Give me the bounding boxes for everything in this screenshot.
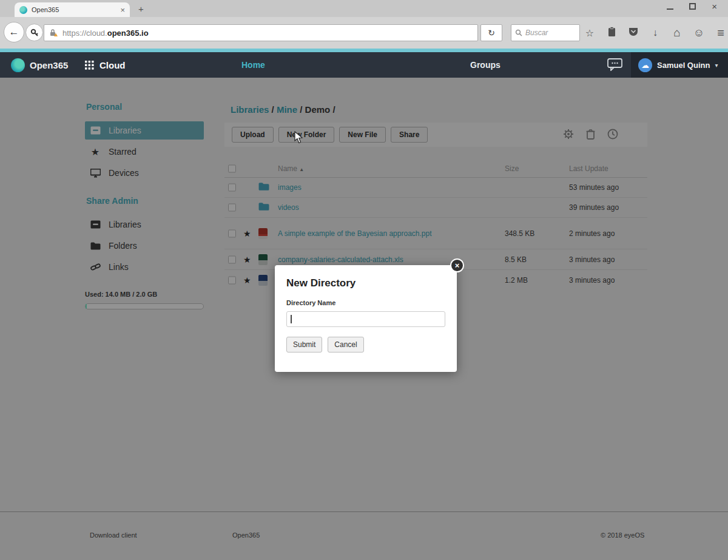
search-icon — [515, 29, 522, 36]
nav-tab-home[interactable]: Home — [241, 52, 265, 78]
apps-grid-icon — [85, 61, 94, 70]
user-avatar: ☁ — [638, 58, 652, 72]
open365-logo-icon — [11, 58, 25, 72]
url-text: https://cloud.open365.io — [62, 29, 149, 38]
key-icon[interactable] — [25, 24, 43, 41]
user-name: Samuel Quinn — [657, 61, 710, 70]
account-smiley-icon[interactable]: ☺ — [693, 27, 705, 39]
url-prefix: https://cloud. — [62, 29, 107, 38]
mouse-cursor — [294, 131, 303, 144]
tab-title: Open365 — [32, 6, 120, 13]
url-bar[interactable]: https://cloud.open365.io — [44, 24, 478, 41]
tab-close-icon[interactable]: × — [120, 5, 125, 15]
minimize-button[interactable] — [667, 4, 673, 10]
new-directory-modal: × New Directory Directory Name Submit Ca… — [275, 265, 457, 372]
window-titlebar: Open365 × + × — [0, 0, 728, 17]
nav-tab-groups[interactable]: Groups — [470, 52, 500, 78]
brand[interactable]: Open365 — [11, 52, 68, 78]
new-tab-button[interactable]: + — [138, 4, 144, 14]
cancel-button[interactable]: Cancel — [328, 337, 363, 353]
back-button[interactable]: ← — [4, 22, 24, 42]
favicon-icon — [19, 6, 27, 14]
app-navbar: Open365 Cloud Home Groups ☁ Samuel Quinn… — [0, 52, 728, 78]
url-domain: open365.io — [107, 29, 149, 38]
brand-name: Open365 — [30, 60, 68, 70]
browser-tab[interactable]: Open365 × — [15, 2, 130, 17]
search-placeholder: Buscar — [525, 29, 548, 37]
modal-close-icon[interactable]: × — [450, 258, 464, 272]
cloud-avatar-icon: ☁ — [641, 61, 649, 70]
submit-button[interactable]: Submit — [286, 337, 322, 353]
reload-button[interactable]: ↻ — [480, 24, 502, 41]
close-window-button[interactable]: × — [712, 3, 717, 10]
app-name: Cloud — [99, 60, 126, 70]
downloads-icon[interactable]: ↓ — [649, 27, 661, 38]
chevron-down-icon: ▾ — [715, 62, 718, 69]
app-switcher[interactable]: Cloud — [85, 52, 126, 78]
cloud-page: Personal Libraries ★ Starred Devices Sha… — [0, 78, 728, 560]
directory-name-label: Directory Name — [286, 299, 445, 306]
insecure-lock-icon[interactable] — [49, 29, 58, 37]
maximize-button[interactable] — [689, 3, 696, 10]
user-menu[interactable]: ☁ Samuel Quinn ▾ — [631, 52, 728, 78]
home-icon[interactable]: ⌂ — [671, 26, 683, 39]
modal-title: New Directory — [286, 277, 445, 289]
browser-search-box[interactable]: Buscar — [511, 24, 580, 41]
directory-name-input[interactable] — [286, 311, 445, 327]
bookmark-star-icon[interactable]: ☆ — [584, 27, 596, 39]
key-glyph — [30, 29, 39, 37]
hamburger-menu-icon[interactable]: ≡ — [715, 26, 727, 40]
text-caret — [291, 315, 292, 323]
pocket-icon[interactable] — [627, 27, 639, 39]
chat-icon[interactable] — [607, 58, 622, 73]
browser-toolbar: ← https://cloud.open365.io ↻ Buscar ☆ — [0, 17, 728, 49]
clipboard-icon[interactable] — [605, 27, 618, 39]
